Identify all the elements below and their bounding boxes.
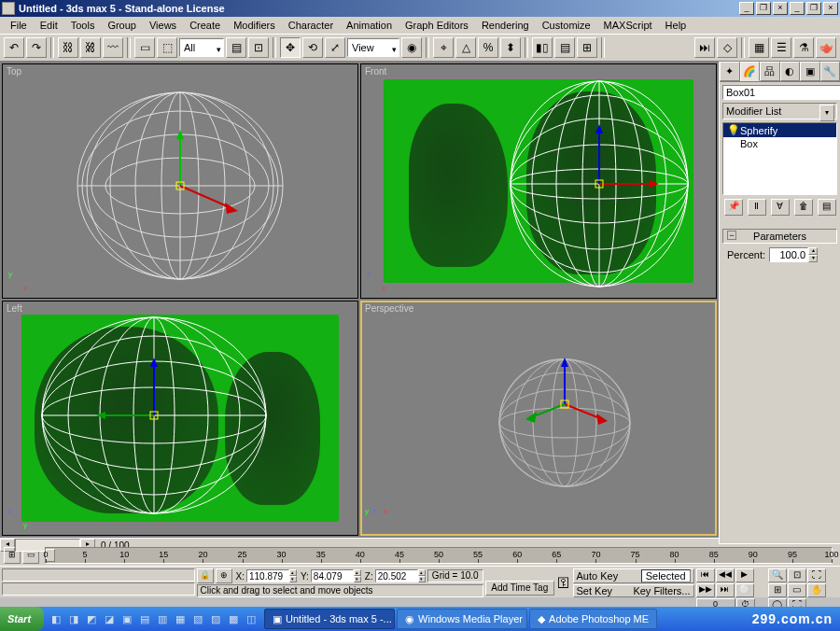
zoom-extents-button[interactable]: ⛶ [807, 568, 826, 582]
menu-edit[interactable]: Edit [34, 18, 64, 33]
add-time-tag-button[interactable]: Add Time Tag [485, 581, 554, 596]
pivot-button[interactable]: ◉ [401, 37, 422, 58]
key-icon[interactable]: ⚿ [557, 575, 570, 590]
spinner-down-button[interactable]: ▾ [808, 255, 818, 262]
scale-button[interactable]: ⤢ [325, 37, 345, 58]
render-type-button[interactable]: ⚗ [793, 37, 814, 58]
lightbulb-icon[interactable]: 💡 [727, 124, 736, 136]
render-scene-button[interactable]: ☰ [771, 37, 791, 58]
menu-animation[interactable]: Animation [340, 18, 399, 33]
remove-modifier-button[interactable]: 🗑 [794, 199, 813, 216]
spinner-up-button[interactable]: ▴ [808, 247, 818, 255]
ql-icon[interactable]: ◩ [83, 610, 100, 628]
x-coord-input[interactable] [246, 569, 289, 582]
modify-tab[interactable]: 🌈 [740, 62, 761, 81]
goto-start-button[interactable]: ⏮ [696, 568, 715, 582]
link-button[interactable]: ⛓ [58, 37, 78, 58]
start-button[interactable]: Start [0, 607, 44, 631]
percent-snap-button[interactable]: % [478, 37, 498, 58]
modifier-stack[interactable]: 💡Spherify Box [722, 122, 837, 195]
ql-icon[interactable]: ▨ [207, 610, 224, 628]
menu-file[interactable]: File [4, 18, 34, 33]
viewport-left[interactable]: Left [2, 301, 358, 536]
pan-button[interactable]: ✋ [807, 583, 826, 597]
menu-maxscript[interactable]: MAXScript [597, 18, 659, 33]
menu-modifiers[interactable]: Modifiers [227, 18, 282, 33]
menu-create[interactable]: Create [183, 18, 227, 33]
show-end-result-button[interactable]: Ⅱ [748, 199, 766, 216]
move-button[interactable]: ✥ [280, 37, 301, 58]
minimize-outer-button[interactable]: _ [790, 2, 805, 15]
ql-icon[interactable]: ▣ [119, 610, 135, 628]
schematic-view-button[interactable]: ◇ [717, 37, 737, 58]
crossing-button[interactable]: ⊡ [248, 37, 269, 58]
quick-render-button[interactable]: 🫖 [816, 37, 836, 58]
transform-typein-toggle[interactable]: ⊕ [216, 568, 232, 583]
stack-item-box[interactable]: Box [723, 137, 836, 150]
ql-icon[interactable]: ▧ [189, 610, 206, 628]
pin-stack-button[interactable]: 📌 [724, 199, 743, 216]
ql-icon[interactable]: ▥ [154, 610, 171, 628]
script-listener[interactable] [2, 568, 195, 582]
key-mode-button[interactable]: ⚪ [735, 583, 754, 597]
ql-icon[interactable]: ◧ [48, 610, 64, 628]
viewport-front[interactable]: Front [360, 63, 717, 299]
hierarchy-tab[interactable]: 品 [760, 62, 780, 81]
angle-snap-button[interactable]: △ [455, 37, 476, 58]
menu-character[interactable]: Character [282, 18, 340, 33]
align-button[interactable]: ▤ [554, 37, 575, 58]
next-frame-button[interactable]: ▶▶ [696, 583, 715, 597]
undo-button[interactable]: ↶ [4, 37, 24, 58]
select-region-button[interactable]: ⬚ [157, 37, 177, 58]
menu-tools[interactable]: Tools [64, 18, 102, 33]
motion-tab[interactable]: ◐ [780, 62, 801, 81]
unlink-button[interactable]: ⛓̸ [80, 37, 101, 58]
snap-toggle-button[interactable]: ⌖ [433, 37, 454, 58]
prev-frame-button[interactable]: ◀◀ [716, 568, 735, 582]
ql-icon[interactable]: ▩ [225, 610, 242, 628]
create-tab[interactable]: ✦ [720, 62, 740, 81]
region-zoom-button[interactable]: ▭ [788, 583, 806, 597]
zoom-all-button[interactable]: ⊡ [788, 568, 806, 582]
select-by-name-button[interactable]: ▤ [226, 37, 246, 58]
menu-customize[interactable]: Customize [536, 18, 597, 33]
menu-help[interactable]: Help [659, 18, 693, 33]
bind-spacewarp-button[interactable]: 〰 [103, 37, 123, 58]
goto-end-button[interactable]: ⏭ [716, 583, 735, 597]
object-name-input[interactable] [722, 85, 840, 100]
select-button[interactable]: ▭ [134, 37, 155, 58]
menu-group[interactable]: Group [101, 18, 143, 33]
close-inner-button[interactable]: × [773, 2, 788, 15]
restore-button[interactable]: ❐ [806, 2, 821, 15]
parameters-rollout[interactable]: − Parameters [722, 229, 837, 244]
macro-recorder[interactable] [2, 582, 195, 596]
ql-icon[interactable]: ◫ [243, 610, 259, 628]
menu-rendering[interactable]: Rendering [475, 18, 536, 33]
menu-views[interactable]: Views [143, 18, 183, 33]
ql-icon[interactable]: ◪ [101, 610, 118, 628]
stack-item-spherify[interactable]: 💡Spherify [723, 123, 836, 137]
viewport-top[interactable]: Top xy [2, 63, 358, 299]
taskbar-task[interactable]: ◆ Adobe Photoshop ME [529, 609, 657, 629]
utilities-tab[interactable]: 🔧 [820, 62, 841, 81]
z-coord-input[interactable] [375, 569, 418, 582]
ql-icon[interactable]: ▤ [136, 610, 153, 628]
minimize-button[interactable]: _ [739, 2, 754, 15]
ql-icon[interactable]: ◨ [65, 610, 82, 628]
auto-key-button[interactable]: Auto KeySelected [573, 568, 694, 583]
restore-inner-button[interactable]: ❐ [756, 2, 771, 15]
redo-button[interactable]: ↷ [26, 37, 47, 58]
modifier-list-dropdown[interactable]: Modifier List [722, 103, 837, 119]
display-tab[interactable]: ▣ [800, 62, 820, 81]
rotate-button[interactable]: ⟲ [302, 37, 323, 58]
y-coord-input[interactable] [311, 569, 354, 582]
viewport-perspective[interactable]: Perspective xyz [360, 301, 717, 536]
menu-grapheditors[interactable]: Graph Editors [399, 18, 475, 33]
make-unique-button[interactable]: ∀ [771, 199, 790, 216]
ql-icon[interactable]: ▦ [172, 610, 189, 628]
selection-filter-dropdown[interactable]: All [179, 38, 224, 57]
lock-selection-button[interactable]: 🔒 [197, 568, 214, 583]
taskbar-task[interactable]: ▣ Untitled - 3ds max 5 -... [264, 609, 395, 629]
array-button[interactable]: ⊞ [577, 37, 597, 58]
configure-sets-button[interactable]: ▤ [818, 199, 836, 216]
